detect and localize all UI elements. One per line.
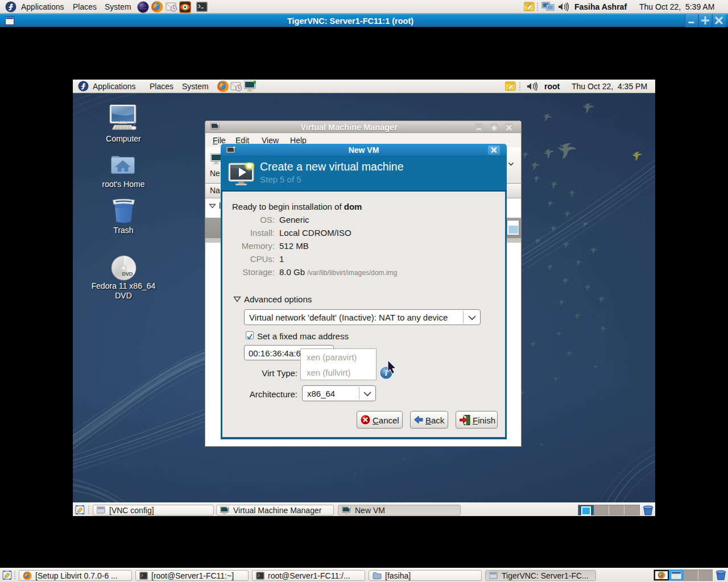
svg-text:DVD: DVD <box>122 271 133 277</box>
